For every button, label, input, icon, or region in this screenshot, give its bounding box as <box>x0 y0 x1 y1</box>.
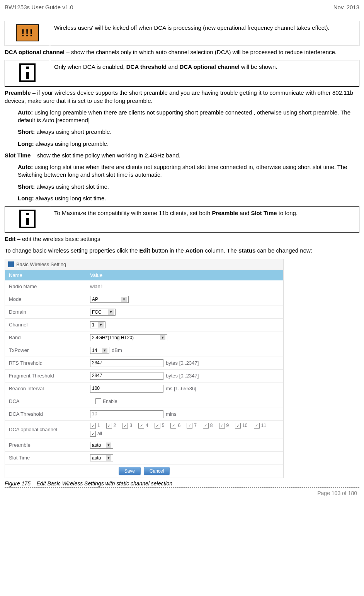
channel-check-10[interactable]: ✓10 <box>235 423 247 429</box>
chevron-down-icon: ▼ <box>98 322 104 328</box>
chevron-down-icon: ▼ <box>106 455 111 461</box>
channel-label: 8 <box>210 423 213 428</box>
t: Preamble <box>5 89 31 96</box>
txpower-select[interactable]: 14 ▼ <box>90 347 109 354</box>
checkbox-icon: ✓ <box>122 423 128 429</box>
preamble-short: Short: always using short preamble. <box>18 128 359 136</box>
cancel-button[interactable]: Cancel <box>144 467 170 475</box>
label-dca: DCA <box>5 396 86 406</box>
txpower-unit: dBm <box>112 347 122 353</box>
info-text-1: Only when DCA is enabled, DCA threshold … <box>50 60 359 87</box>
warning-text: Wireless users' will be kicked off when … <box>50 21 359 46</box>
row-txpower: TxPower 14 ▼ dBm <box>5 344 283 357</box>
channel-check-7[interactable]: ✓7 <box>187 423 197 429</box>
t: Edit <box>139 247 150 254</box>
t: Slot Time <box>251 210 277 216</box>
channel-check-1[interactable]: ✓1 <box>90 423 100 429</box>
form-title: Basic Wireless Setting <box>16 261 66 267</box>
t: Action <box>185 247 204 254</box>
t: 14 <box>92 348 100 353</box>
checkbox-icon: ✓ <box>187 423 192 429</box>
info-icon <box>19 63 36 82</box>
t: 2.4GHz(11ng HT20) <box>92 335 158 340</box>
t: button in the <box>150 247 185 254</box>
t: will be shown. <box>240 63 277 70</box>
t: Preamble <box>212 210 238 216</box>
label-band: Band <box>5 332 86 343</box>
checkbox-icon: ✓ <box>155 423 160 429</box>
col-name: Name <box>5 270 86 280</box>
channel-label: 2 <box>114 423 116 428</box>
warning-icon <box>16 24 39 41</box>
checkbox-icon: ✓ <box>254 423 260 429</box>
mode-select[interactable]: AP ▼ <box>90 296 129 303</box>
save-button[interactable]: Save <box>119 467 141 475</box>
checkbox-icon: ✓ <box>106 423 112 429</box>
t: can be changed now: <box>255 247 312 254</box>
t: always using short preamble. <box>35 128 111 135</box>
channel-label: 11 <box>261 423 266 428</box>
channel-label: 9 <box>226 423 229 428</box>
chevron-down-icon: ▼ <box>108 309 114 315</box>
channel-check-8[interactable]: ✓8 <box>203 423 213 429</box>
channel-check-all[interactable]: ✓all <box>90 431 102 437</box>
rts-hint: bytes [0..2347] <box>166 360 199 366</box>
channel-check-11[interactable]: ✓11 <box>254 423 266 429</box>
channel-check-9[interactable]: ✓9 <box>219 423 229 429</box>
channel-label: 10 <box>242 423 247 428</box>
channel-check-6[interactable]: ✓6 <box>170 423 180 429</box>
band-select[interactable]: 2.4GHz(11ng HT20) ▼ <box>90 334 167 341</box>
info-note-2: To Maximize the compatibility with some … <box>5 206 359 233</box>
preamble-select[interactable]: auto ▼ <box>90 442 113 449</box>
info-note-1: Only when DCA is enabled, DCA threshold … <box>5 60 359 87</box>
t: – show the slot time policy when working… <box>31 152 180 159</box>
chevron-down-icon: ▼ <box>102 348 107 353</box>
t: always using short slot time. <box>35 183 109 190</box>
channel-check-5[interactable]: ✓5 <box>155 423 165 429</box>
label-dca-optional: DCA optional channel <box>5 424 86 435</box>
beacon-hint: ms [1..65536] <box>166 386 196 391</box>
channel-select[interactable]: 1 ▼ <box>90 321 105 328</box>
t: always using long preamble. <box>34 140 109 147</box>
dca-enable-check[interactable]: Enable <box>95 398 117 404</box>
button-row: Save Cancel <box>5 465 283 478</box>
channel-check-4[interactable]: ✓4 <box>138 423 148 429</box>
slottime-para: Slot Time – show the slot time policy wh… <box>5 152 359 159</box>
form-header: Name Value <box>5 270 283 280</box>
frag-input[interactable]: 2347 <box>90 372 163 380</box>
col-value: Value <box>86 270 283 280</box>
dca-optional-rest: – show the channels only in which auto c… <box>65 49 337 55</box>
dca-threshold-input[interactable]: 10 <box>90 410 163 418</box>
slottime-select[interactable]: auto ▼ <box>90 454 113 461</box>
t: and <box>167 63 179 70</box>
change-para: To change basic wireless setting propert… <box>5 247 359 254</box>
t: auto <box>92 442 104 448</box>
page-number: Page 103 of 180 <box>5 488 359 500</box>
channel-label: 7 <box>194 423 197 428</box>
rts-input[interactable]: 2347 <box>90 359 163 367</box>
channel-label: 6 <box>178 423 180 428</box>
channel-check-3[interactable]: ✓3 <box>122 423 132 429</box>
t: 1 <box>92 322 97 328</box>
chevron-down-icon: ▼ <box>106 442 111 448</box>
row-dca: DCA Enable <box>5 395 283 408</box>
t: auto <box>92 455 104 461</box>
channel-check-2[interactable]: ✓2 <box>106 423 116 429</box>
beacon-input[interactable]: 100 <box>90 385 163 393</box>
t: and <box>238 210 251 216</box>
row-mode: Mode AP ▼ <box>5 293 283 306</box>
domain-select[interactable]: FCC ▼ <box>90 309 116 316</box>
figure-caption: Figure 175 – Edit Basic Wireless Setting… <box>5 480 359 487</box>
row-channel: Channel 1 ▼ <box>5 319 283 331</box>
header-rule <box>5 13 359 13</box>
t: Only when DCA is enabled, <box>54 63 126 70</box>
checkbox-icon: ✓ <box>90 431 96 437</box>
panel-icon <box>8 261 14 267</box>
label-domain: Domain <box>5 307 86 317</box>
label-mode: Mode <box>5 294 86 304</box>
t: Auto: <box>18 109 33 116</box>
channel-label: 1 <box>97 423 100 428</box>
frag-hint: bytes [0..2347] <box>166 373 199 379</box>
checkbox-icon: ✓ <box>219 423 225 429</box>
row-domain: Domain FCC ▼ <box>5 306 283 319</box>
